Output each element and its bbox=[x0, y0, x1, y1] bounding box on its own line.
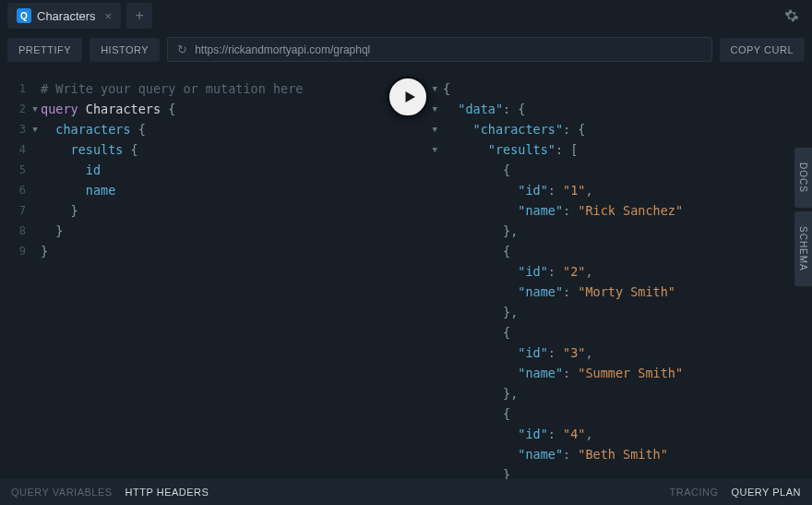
copy-curl-button[interactable]: COPY CURL bbox=[720, 38, 805, 62]
endpoint-field[interactable]: ↻ bbox=[167, 37, 711, 62]
topbar: Q Characters × + bbox=[0, 0, 812, 31]
endpoint-input[interactable] bbox=[195, 43, 701, 56]
http-headers-tab[interactable]: HTTP HEADERS bbox=[125, 487, 209, 498]
play-icon bbox=[401, 89, 418, 105]
result-viewer[interactable]: ▼{ ▼ "data": { ▼ "characters": { ▼ "resu… bbox=[406, 67, 812, 485]
add-tab-button[interactable]: + bbox=[126, 3, 152, 29]
toolbar: PRETTIFY HISTORY ↻ COPY CURL bbox=[0, 31, 812, 67]
gear-icon bbox=[784, 8, 799, 23]
schema-tab[interactable]: SCHEMA bbox=[794, 211, 812, 286]
fold-icon[interactable]: ▼ bbox=[406, 119, 443, 139]
fold-icon[interactable]: ▼ bbox=[30, 119, 41, 139]
side-tabs: DOCS SCHEMA bbox=[794, 148, 812, 286]
settings-button[interactable] bbox=[779, 3, 805, 29]
fold-icon[interactable]: ▼ bbox=[406, 139, 443, 160]
close-icon[interactable]: × bbox=[105, 9, 113, 23]
history-button[interactable]: HISTORY bbox=[90, 38, 160, 62]
docs-tab[interactable]: DOCS bbox=[794, 148, 812, 208]
bottom-bar: QUERY VARIABLES HTTP HEADERS TRACING QUE… bbox=[0, 479, 812, 505]
tab-characters[interactable]: Q Characters × bbox=[7, 3, 121, 29]
tracing-tab[interactable]: TRACING bbox=[669, 487, 718, 498]
query-editor[interactable]: 1# Write your query or mutation here 2▼q… bbox=[0, 67, 406, 485]
reload-icon[interactable]: ↻ bbox=[177, 42, 187, 56]
fold-icon[interactable]: ▼ bbox=[30, 99, 41, 119]
query-plan-tab[interactable]: QUERY PLAN bbox=[731, 487, 801, 498]
prettify-button[interactable]: PRETTIFY bbox=[7, 38, 82, 62]
main: 1# Write your query or mutation here 2▼q… bbox=[0, 67, 812, 485]
query-icon: Q bbox=[17, 8, 31, 23]
query-variables-tab[interactable]: QUERY VARIABLES bbox=[11, 487, 113, 498]
execute-button[interactable] bbox=[388, 77, 428, 117]
tab-label: Characters bbox=[37, 9, 96, 23]
